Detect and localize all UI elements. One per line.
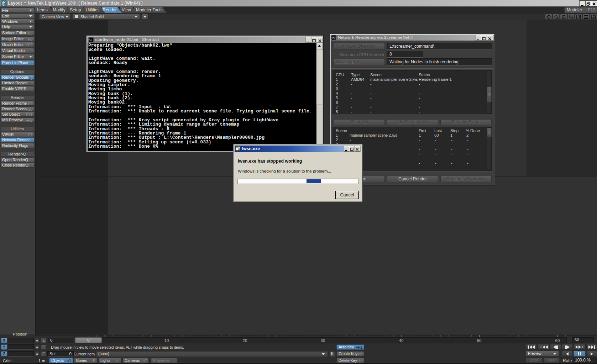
svg-text:C:: C: bbox=[89, 38, 92, 41]
